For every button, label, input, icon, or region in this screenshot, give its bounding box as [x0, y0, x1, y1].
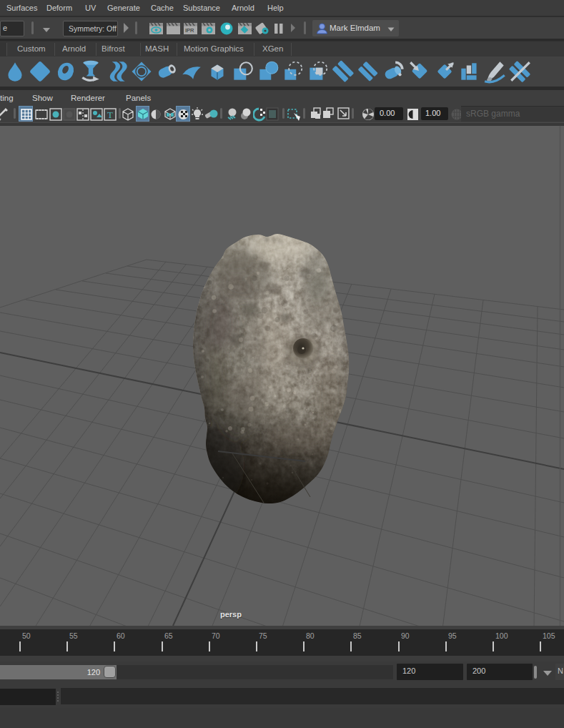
svg-text:IPR: IPR	[185, 27, 194, 34]
svg-text:T: T	[107, 109, 113, 120]
